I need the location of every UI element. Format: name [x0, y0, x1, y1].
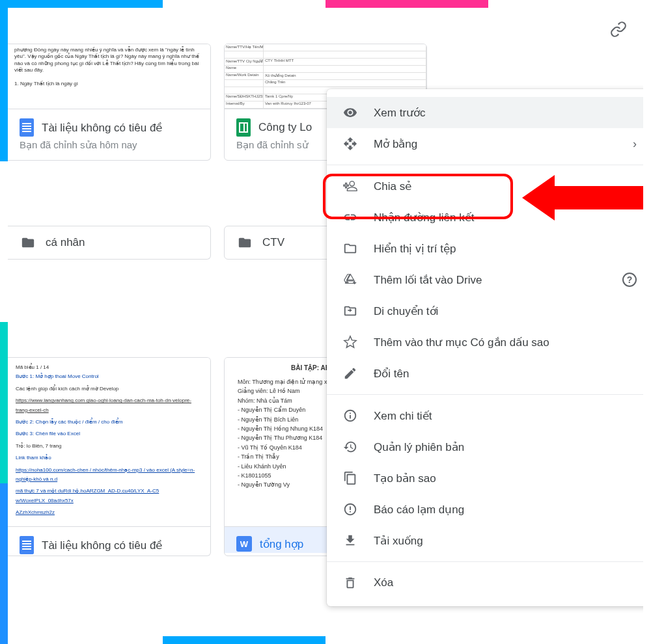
- menu-item-label: Di chuyển tới: [374, 304, 438, 318]
- word-icon: W: [236, 536, 252, 552]
- menu-item-rename[interactable]: Đổi tên: [327, 358, 643, 389]
- menu-item-label: Quản lý phiên bản: [374, 440, 464, 454]
- menu-item-move_to[interactable]: Di chuyển tới: [327, 295, 643, 327]
- file-subtitle: Bạn đã chỉnh sửa hôm nay: [8, 138, 210, 160]
- menu-item-label: Hiển thị vị trí tệp: [374, 242, 456, 256]
- menu-item-label: Báo cáo lạm dụng: [374, 503, 464, 517]
- svg-text:+: +: [353, 279, 357, 286]
- menu-item-label: Xóa: [374, 576, 393, 589]
- doc-thumbnail: Mã biểu 1 / 14 Bước 1: Mở hợp thoai Move…: [8, 358, 210, 527]
- menu-item-versions[interactable]: Quản lý phiên bản: [327, 431, 643, 463]
- eye-icon: [342, 105, 358, 120]
- menu-item-label: Tải xuống: [374, 534, 423, 548]
- menu-item-label: Xem trước: [374, 106, 426, 120]
- menu-item-label: Tạo bản sao: [374, 472, 436, 485]
- folder-card-1[interactable]: cá nhân: [8, 226, 211, 260]
- folder-icon: [236, 235, 253, 250]
- docs-icon: [20, 118, 34, 137]
- menu-item-download[interactable]: Tải xuống: [327, 525, 643, 556]
- history-icon: [342, 439, 358, 455]
- menu-item-label: Thêm lối tắt vào Drive: [374, 273, 482, 287]
- menu-item-make_copy[interactable]: Tạo bản sao: [327, 463, 643, 494]
- help-icon[interactable]: ?: [622, 273, 637, 287]
- menu-item-add_shortcut[interactable]: +Thêm lối tắt vào Drive?: [327, 264, 643, 295]
- menu-item-add_starred[interactable]: Thêm vào thư mục Có gắn dấu sao: [327, 327, 643, 358]
- docs-icon: [20, 536, 34, 554]
- alert-icon: [342, 502, 358, 517]
- folder-move-icon: [342, 303, 358, 319]
- drive-content: phương Đông ngày này mang nhiều ý nghĩa …: [8, 8, 643, 636]
- menu-item-label: Thêm vào thư mục Có gắn dấu sao: [374, 336, 549, 349]
- folder-label: cá nhân: [46, 236, 85, 249]
- folder-icon: [20, 235, 36, 250]
- move-arrows-icon: [342, 136, 358, 152]
- info-icon: [342, 408, 358, 423]
- folder-outline-icon: [342, 241, 358, 256]
- sheets-icon: [236, 118, 251, 137]
- file-card-doc-1[interactable]: phương Đông ngày này mang nhiều ý nghĩa …: [8, 44, 211, 161]
- menu-item-label: Chia sẻ: [374, 180, 411, 193]
- chevron-right-icon: ›: [633, 137, 637, 151]
- file-title: Tài liệu không có tiêu đề: [42, 539, 162, 552]
- context-menu: Xem trướcMở bằng›Chia sẻNhận đường liên …: [327, 89, 643, 606]
- link-icon: [342, 209, 358, 225]
- menu-separator: [327, 561, 643, 562]
- header: [8, 18, 643, 44]
- menu-item-show_location[interactable]: Hiển thị vị trí tệp: [327, 233, 643, 264]
- menu-item-open_with[interactable]: Mở bằng›: [327, 128, 643, 159]
- svg-marker-1: [522, 175, 643, 221]
- menu-item-label: Mở bằng: [374, 137, 417, 151]
- pencil-icon: [342, 366, 358, 381]
- file-title: Tài liệu không có tiêu đề: [42, 121, 162, 135]
- download-icon: [342, 533, 358, 548]
- menu-item-details[interactable]: Xem chi tiết: [327, 400, 643, 431]
- star-icon: [342, 334, 358, 350]
- trash-icon: [342, 575, 358, 591]
- file-title: tổng hợp: [260, 537, 303, 551]
- get-link-icon[interactable]: [610, 21, 627, 40]
- drive-add-icon: +: [342, 272, 358, 288]
- doc-thumbnail: phương Đông ngày này mang nhiều ý nghĩa …: [8, 44, 210, 109]
- file-card-doc-2[interactable]: Mã biểu 1 / 14 Bước 1: Mở hợp thoai Move…: [8, 357, 211, 556]
- menu-item-label: Nhận đường liên kết: [374, 211, 474, 224]
- menu-separator: [327, 165, 643, 165]
- menu-item-label: Đổi tên: [374, 367, 409, 381]
- menu-item-report_abuse[interactable]: Báo cáo lạm dụng: [327, 494, 643, 525]
- menu-item-delete[interactable]: Xóa: [327, 567, 643, 598]
- person-add-icon: [342, 178, 358, 194]
- copy-icon: [342, 470, 358, 486]
- folder-label: CTV: [262, 236, 284, 249]
- menu-separator: [327, 394, 643, 395]
- menu-item-preview[interactable]: Xem trước: [327, 97, 643, 128]
- menu-item-label: Xem chi tiết: [374, 409, 432, 423]
- annotation-arrow: [522, 172, 643, 224]
- file-title: Công ty Lo: [258, 121, 312, 134]
